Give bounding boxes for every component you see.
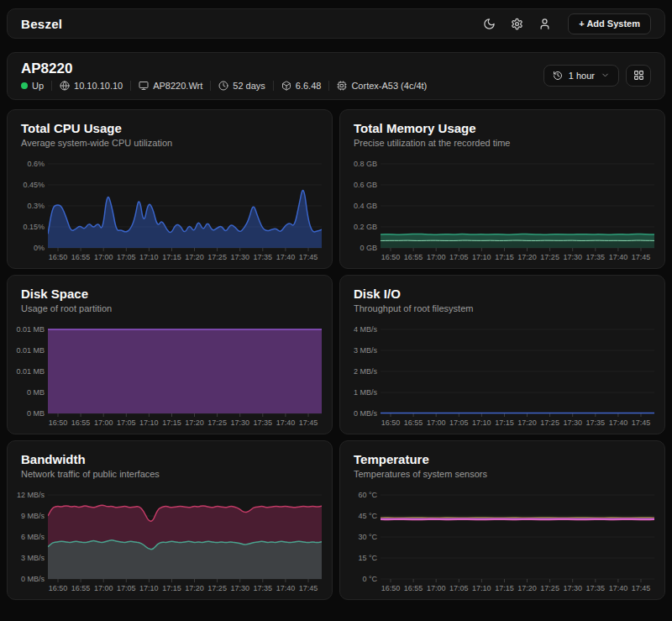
settings-button[interactable] [506,14,528,34]
user-menu-button[interactable] [533,14,556,34]
system-uptime: 52 days [218,81,265,91]
chart-subtitle: Precise utilization at the recorded time [340,138,664,148]
y-tick-label: 0.4 GB [340,201,377,211]
time-range-select[interactable]: 1 hour [543,65,619,87]
system-meta-row: Up 10.10.10.10 AP8220.Wrt 52 days [21,81,427,91]
y-tick-label: 0.45% [8,180,45,190]
y-tick-label: 15 °C [340,553,377,563]
x-tick-label: 17:45 [624,584,658,592]
history-clock-icon [553,71,563,81]
y-tick-label: 0.2 GB [340,222,377,232]
user-icon [538,18,551,30]
package-icon [281,81,291,91]
clock-icon [218,81,228,91]
y-tick-label: 0.15% [8,222,45,232]
y-tick-label: 4 MB/s [340,324,377,334]
divider [51,81,52,91]
y-tick-label: 45 °C [340,511,377,521]
y-tick-label: 0.8 GB [340,159,377,169]
system-status: Up [21,81,44,91]
y-tick-label: 3 MB/s [8,553,45,563]
chart-canvas [381,161,654,253]
system-hostname: AP8220.Wrt [139,81,202,91]
divider [328,81,329,91]
y-tick-label: 0.3% [8,201,45,211]
chart-canvas [48,326,322,418]
y-tick-label: 60 °C [340,490,377,500]
disk-space-plot [48,326,322,418]
y-tick-label: 0 MB [8,387,45,397]
chart-title: Disk I/O [340,276,664,301]
chart-title: Temperature [340,441,664,466]
status-label: Up [32,81,44,91]
y-tick-label: 0.6% [8,159,45,169]
chart-card-disk-space: Disk Space Usage of root partition 0.01 … [7,275,333,434]
theme-toggle-button[interactable] [478,14,501,34]
cpu-usage-plot [48,161,322,253]
chart-subtitle: Network traffic of public interfaces [8,469,332,479]
chevron-down-icon [601,71,610,80]
x-tick-label: 17:45 [291,253,325,261]
y-tick-label: 0 MB/s [8,574,45,584]
x-tick-label: 17:45 [291,418,325,427]
chart-title: Total CPU Usage [8,110,332,135]
moon-icon [483,18,496,30]
memory-usage-plot [381,161,654,253]
add-system-button[interactable]: + Add System [568,13,651,34]
y-tick-label: 0 MB [8,408,45,418]
chart-subtitle: Throughput of root filesystem [340,303,664,313]
globe-icon [60,81,70,91]
chart-canvas [381,492,654,584]
chart-subtitle: Usage of root partition [8,303,332,313]
system-info: AP8220 Up 10.10.10.10 AP8220.Wrt [21,60,427,91]
chart-card-bandwidth: Bandwidth Network traffic of public inte… [7,440,333,600]
y-tick-label: 9 MB/s [8,511,45,521]
chart-card-disk-io: Disk I/O Throughput of root filesystem 4… [339,275,665,434]
chart-subtitle: Temperatures of system sensors [340,469,664,479]
y-tick-label: 0 °C [340,574,377,584]
chart-canvas [48,161,322,253]
y-tick-label: 6 MB/s [8,532,45,542]
chart-card-total-memory-usage: Total Memory Usage Precise utilization a… [339,109,665,269]
y-tick-label: 1 MB/s [340,387,377,397]
system-header: AP8220 Up 10.10.10.10 AP8220.Wrt [7,52,665,100]
x-tick-label: 17:45 [624,253,658,261]
chart-title: Bandwidth [8,441,332,466]
settings-gear-icon [511,18,523,30]
y-tick-label: 0 GB [340,243,377,253]
time-range-value: 1 hour [569,71,595,81]
top-nav: Beszel + Add System [7,8,665,39]
chart-title: Total Memory Usage [340,110,664,135]
y-tick-label: 0.01 MB [8,324,45,334]
x-tick-label: 17:45 [624,418,658,427]
charts-grid: Total CPU Usage Average system-wide CPU … [7,109,665,600]
chart-card-temperature: Temperature Temperatures of system senso… [339,440,665,600]
chart-subtitle: Average system-wide CPU utilization [8,138,332,148]
cpu-chip-icon [337,81,347,91]
chart-card-total-cpu-usage: Total CPU Usage Average system-wide CPU … [7,109,333,269]
divider [273,81,274,91]
system-name: AP8220 [21,60,427,77]
chart-canvas [381,326,654,418]
x-tick-label: 17:45 [291,584,325,592]
disk-io-plot [381,326,654,418]
chart-title: Disk Space [8,276,332,301]
bandwidth-plot [48,492,322,584]
divider [210,81,211,91]
y-tick-label: 0.01 MB [8,345,45,355]
layout-grid-icon [633,70,644,81]
y-tick-label: 30 °C [340,532,377,542]
y-tick-label: 0.6 GB [340,180,377,190]
monitor-icon [139,81,149,91]
layout-grid-button[interactable] [626,65,651,87]
chart-canvas [48,492,322,584]
divider [130,81,131,91]
temperature-plot [381,492,654,584]
system-kernel-version: 6.6.48 [281,81,322,91]
y-tick-label: 0.01 MB [8,366,45,376]
beszel-logo[interactable]: Beszel [21,17,62,31]
y-tick-label: 12 MB/s [8,490,45,500]
y-tick-label: 3 MB/s [340,345,377,355]
beszel-dashboard: Beszel + Add System AP8220 Up [0,0,672,608]
system-controls: 1 hour [543,65,651,87]
